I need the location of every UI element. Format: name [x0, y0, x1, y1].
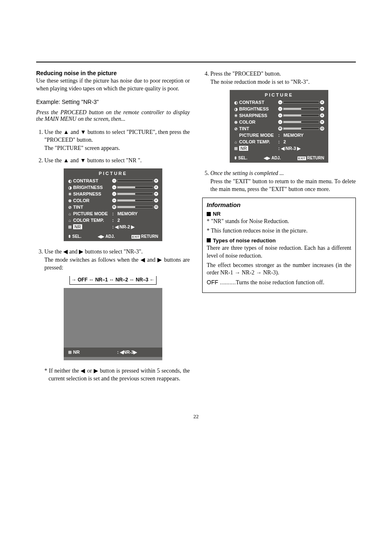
- minus-icon: −: [278, 120, 282, 124]
- tint-icon: ⊘: [234, 127, 238, 131]
- osd-return-hint: EXITRETURN: [297, 156, 324, 160]
- osd-brightness-label: BRIGHTNESS: [73, 185, 103, 190]
- right-arrow-icon: ▶: [79, 248, 83, 255]
- info-title: Information: [207, 201, 351, 208]
- osd-nr-label-highlighted: NR: [239, 146, 248, 151]
- osd-brightness-label: BRIGHTNESS: [239, 106, 269, 111]
- osd-picture-mode-value: MEMORY: [118, 211, 138, 216]
- info-types-p1: There are three types of noise reduction…: [207, 244, 351, 260]
- osd-adj-hint: ◀▶ ADJ.: [98, 234, 115, 239]
- osd-contrast-label: CONTRAST: [73, 178, 98, 183]
- info-nr-p1: * "NR" stands for Noise Reduction.: [207, 218, 351, 226]
- intro-text: Use these settings if the picture has no…: [36, 77, 190, 93]
- osd-tint-label: TINT: [73, 205, 83, 210]
- minus-icon: −: [112, 179, 116, 183]
- osd-color-temp-label: COLOR TEMP.: [73, 218, 104, 223]
- step-1: Use the ▲ and ▼ buttons to select "PICTU…: [44, 128, 190, 152]
- nr-icon: ⊞: [234, 146, 238, 151]
- osd-nr-value: NR-2: [120, 224, 130, 229]
- color-icon: ⊛: [68, 198, 72, 203]
- information-box: Information NR * "NR" stands for Noise R…: [202, 198, 356, 293]
- info-nr-heading: NR: [207, 211, 351, 217]
- osd-title: PICTURE: [234, 92, 324, 97]
- plus-icon: +: [154, 179, 158, 183]
- osd-sel-hint: ⬍ SEL.: [68, 234, 81, 239]
- plus-icon: +: [320, 100, 324, 104]
- brightness-icon: ◑: [68, 185, 72, 190]
- minus-icon: −: [278, 107, 282, 111]
- osd-nr-value: NR-3: [123, 350, 134, 355]
- up-arrow-icon: ▲: [63, 157, 69, 164]
- down-arrow-icon: ▼: [80, 157, 86, 164]
- left-column: Reducing noise in the picture Use these …: [36, 70, 190, 389]
- osd-color-temp-value: 2: [284, 139, 286, 144]
- plus-icon: +: [320, 120, 324, 124]
- osd-picture-menu-2: PICTURE ◐CONTRAST −+ ◑BRIGHTNESS −+ ✳SHA…: [230, 90, 328, 163]
- plus-icon: +: [154, 192, 158, 196]
- osd-color-label: COLOR: [239, 120, 256, 124]
- osd-picture-mode-label: PICTURE MODE: [239, 133, 274, 138]
- picture-mode-icon: ⌂: [68, 212, 72, 216]
- minus-icon: −: [112, 192, 116, 196]
- plus-icon: +: [320, 107, 324, 111]
- up-arrow-icon: ▲: [63, 129, 69, 135]
- info-nr-p2: * This function reduces noise in the pic…: [207, 227, 351, 235]
- plus-icon: +: [320, 113, 324, 117]
- osd-return-hint: EXITRETURN: [131, 234, 158, 239]
- right-column: Press the "PROCEED" button. The noise re…: [202, 70, 356, 389]
- example-label: Example: Setting "NR-3": [36, 99, 190, 105]
- left-arrow-icon: ◀: [63, 248, 68, 255]
- nr-icon: ⊞: [68, 350, 72, 355]
- osd-contrast-label: CONTRAST: [239, 100, 264, 105]
- italic-instruction: Press the PROCEED button on the remote c…: [36, 109, 190, 122]
- osd-title: PICTURE: [68, 171, 158, 176]
- mode-chain: → OFF ↔ NR–1 ↔ NR–2 ↔ NR–3 ←: [36, 276, 190, 285]
- info-types-p2: The effect becomes stronger as the numbe…: [207, 262, 351, 277]
- osd-color-temp-value: 2: [118, 218, 120, 223]
- osd-nr-label-highlighted: NR: [73, 224, 82, 229]
- step-4: Press the "PROCEED" button. The noise re…: [210, 70, 356, 86]
- tint-icon: ⊘: [68, 205, 72, 210]
- osd-color-label: COLOR: [73, 198, 90, 203]
- info-types-heading: Types of noise reduction: [207, 237, 351, 244]
- osd-nr-value: NR-3: [286, 146, 296, 151]
- osd-sharpness-label: SHARPNESS: [73, 191, 101, 196]
- osd-picture-mode-label: PICTURE MODE: [73, 211, 108, 216]
- step-5: Once the setting is completed ... Press …: [210, 169, 356, 193]
- horizontal-rule: [36, 62, 356, 62]
- osd-sel-hint: ⬍ SEL.: [234, 156, 247, 160]
- color-temp-icon: ⌂: [68, 218, 72, 223]
- section-heading: Reducing noise in the picture: [36, 70, 190, 76]
- sharpness-icon: ✳: [234, 113, 238, 118]
- color-temp-icon: ⌂: [234, 140, 238, 144]
- right-arrow-icon: ▶: [94, 367, 99, 374]
- minus-icon: −: [278, 100, 282, 104]
- osd-picture-mode-value: MEMORY: [284, 133, 304, 138]
- contrast-icon: ◐: [68, 179, 72, 183]
- minus-icon: −: [112, 185, 116, 189]
- nr-icon: ⊞: [68, 225, 72, 229]
- color-icon: ⊛: [234, 120, 238, 124]
- left-arrow-icon: ◀: [81, 367, 85, 374]
- minus-icon: −: [112, 198, 116, 203]
- minus-icon: −: [278, 113, 282, 117]
- left-arrow-icon: ◀: [141, 256, 145, 263]
- g-icon: G: [320, 127, 324, 131]
- osd-picture-menu-1: PICTURE ◐CONTRAST −+ ◑BRIGHTNESS −+ ✳SHA…: [64, 168, 162, 241]
- footnote: * If neither the ◀ or ▶ button is presse…: [44, 367, 190, 383]
- step-5-italic: Once the setting is completed ...: [210, 170, 284, 176]
- r-icon: R: [112, 205, 116, 209]
- plus-icon: +: [154, 185, 158, 189]
- sharpness-icon: ✳: [68, 192, 72, 196]
- osd-adj-hint: ◀▶ ADJ.: [264, 156, 281, 160]
- osd-sharpness-label: SHARPNESS: [239, 113, 267, 118]
- osd-nr-preview: ⊞NR : ◀NR-3▶: [64, 288, 162, 360]
- down-arrow-icon: ▼: [81, 129, 86, 135]
- page-number: 22: [36, 413, 356, 420]
- plus-icon: +: [154, 198, 158, 203]
- osd-color-temp-label: COLOR TEMP.: [239, 139, 270, 144]
- r-icon: R: [278, 127, 282, 131]
- step-2: Use the ▲ and ▼ buttons to select "NR ".: [44, 157, 190, 165]
- brightness-icon: ◑: [234, 107, 238, 111]
- contrast-icon: ◐: [234, 100, 238, 105]
